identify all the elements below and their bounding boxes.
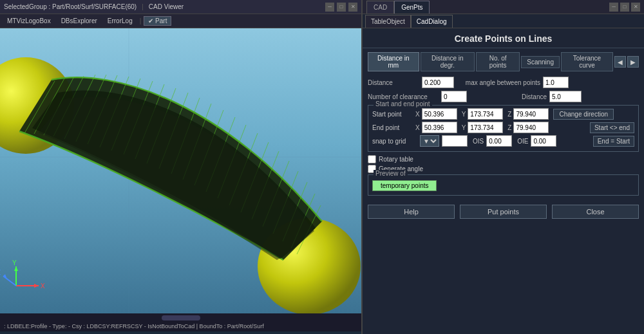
help-button[interactable]: Help bbox=[368, 205, 455, 219]
right-maximize[interactable]: □ bbox=[620, 3, 629, 12]
start-y-input[interactable] bbox=[468, 108, 503, 120]
svg-text:Z: Z bbox=[0, 269, 1, 276]
distance-label: Distance bbox=[368, 79, 419, 86]
start-z-input[interactable] bbox=[513, 108, 549, 120]
method-tab-extras: ◀ ▶ bbox=[614, 56, 639, 68]
right-titlebar: CAD GenPts ─ □ ✕ bbox=[363, 0, 644, 14]
end-y-input[interactable] bbox=[468, 122, 503, 133]
cad-viewer-label: CAD Viewer bbox=[149, 3, 184, 10]
maximize-button[interactable]: □ bbox=[337, 3, 346, 12]
tab-caddialog[interactable]: CadDialog bbox=[411, 15, 453, 28]
toolbar-error[interactable]: ErrorLog bbox=[103, 16, 137, 26]
max-angle-label: max angle between points bbox=[457, 79, 540, 86]
close-button[interactable]: ✕ bbox=[348, 3, 357, 12]
snap-dropdown[interactable]: ▼ bbox=[420, 135, 439, 147]
right-close[interactable]: ✕ bbox=[631, 3, 640, 12]
preview-legend: Preview of bbox=[374, 170, 408, 177]
svg-text:X: X bbox=[41, 283, 45, 290]
method-scanning[interactable]: Scanning bbox=[521, 56, 560, 68]
cad-viewport[interactable]: X Y Z bbox=[0, 28, 361, 320]
tab-cad[interactable]: CAD bbox=[366, 1, 394, 14]
svg-text:Y: Y bbox=[12, 259, 17, 266]
cad-title: SelectedGroup : Part/Root/Surf/SURFACE(6… bbox=[4, 3, 137, 10]
rotary-checkbox[interactable] bbox=[368, 155, 376, 163]
preview-section: Preview of temporary points bbox=[368, 174, 639, 196]
max-angle-input[interactable] bbox=[543, 77, 569, 88]
method-tabs: Distance in mm Distance in degr. No. of … bbox=[363, 48, 644, 74]
temp-points-button[interactable]: temporary points bbox=[372, 180, 437, 191]
cad-toolbar: MTVizLogoBox DBsExplorer ErrorLog | ✔ Pa… bbox=[0, 14, 361, 28]
method-distance-deg[interactable]: Distance in degr. bbox=[421, 52, 475, 71]
dist2-label: Distance bbox=[482, 93, 547, 100]
status-text: : LDBELE:Profile - Type: - Csy : LDBCSY:… bbox=[4, 323, 264, 329]
put-points-button[interactable]: Put points bbox=[460, 205, 547, 219]
minimize-button[interactable]: ─ bbox=[325, 3, 334, 12]
toolbar-mtv[interactable]: MTVizLogoBox bbox=[3, 16, 55, 26]
end-z-input[interactable] bbox=[513, 122, 549, 133]
snap-value-input[interactable] bbox=[442, 135, 468, 147]
clearance-input[interactable] bbox=[441, 91, 467, 102]
rotary-row: Rotary table bbox=[368, 155, 639, 163]
method-next-btn[interactable]: ▶ bbox=[627, 56, 639, 68]
right-minimize[interactable]: ─ bbox=[609, 3, 618, 12]
right-window-controls: ─ □ ✕ bbox=[609, 3, 640, 12]
right-panel: CAD GenPts ─ □ ✕ TableObject CadDialog C… bbox=[361, 0, 644, 334]
change-dir-button[interactable]: Change direction bbox=[553, 109, 614, 120]
start-end-button[interactable]: Start <> end bbox=[590, 122, 634, 133]
close-dialog-button[interactable]: Close bbox=[552, 205, 639, 219]
end-start-button[interactable]: End = Start bbox=[593, 136, 634, 147]
rotary-label: Rotary table bbox=[379, 156, 413, 163]
cad-scrollbar[interactable] bbox=[0, 313, 361, 322]
tab-tableobject[interactable]: TableObject bbox=[365, 15, 411, 28]
method-tolerance[interactable]: Tolerance curve bbox=[561, 52, 613, 71]
clearance-label: Number of clearance bbox=[368, 93, 439, 100]
oie-label: OIE bbox=[517, 138, 528, 145]
gen-angle-row: Generate angle bbox=[368, 165, 639, 173]
ois-input[interactable] bbox=[486, 135, 512, 147]
tab-genpts[interactable]: GenPts bbox=[394, 1, 430, 14]
method-no-points[interactable]: No. of points bbox=[476, 52, 520, 71]
end-point-label: End point bbox=[372, 124, 411, 131]
ois-label: OIS bbox=[473, 138, 484, 145]
method-prev-btn[interactable]: ◀ bbox=[614, 56, 626, 68]
snap-row: snap to grid ▼ OIS OIE End = Start bbox=[372, 135, 634, 147]
end-x-input[interactable] bbox=[422, 122, 457, 133]
distance-input[interactable] bbox=[422, 77, 454, 88]
dialog-body: Distance max angle between points Number… bbox=[363, 74, 644, 202]
oie-input[interactable] bbox=[531, 135, 556, 147]
distance-row: Distance max angle between points bbox=[368, 77, 639, 88]
cad-window-controls: ─ □ ✕ bbox=[325, 3, 357, 12]
dist2-input[interactable] bbox=[549, 91, 582, 102]
snap-label: snap to grid bbox=[372, 138, 417, 145]
start-point-row: Start point X Y Z Change direction bbox=[372, 108, 634, 120]
cad-titlebar: SelectedGroup : Part/Root/Surf/SURFACE(6… bbox=[0, 0, 361, 14]
blade-visualization: X Y Z bbox=[0, 28, 361, 320]
start-point-label: Start point bbox=[372, 111, 411, 118]
cad-viewer-panel: SelectedGroup : Part/Root/Surf/SURFACE(6… bbox=[0, 0, 361, 334]
dialog-title: Create Points on Lines bbox=[363, 28, 644, 48]
start-end-legend: Start and end point bbox=[374, 100, 432, 107]
action-buttons: Help Put points Close bbox=[363, 202, 644, 221]
end-point-row: End point X Y Z Start <> end bbox=[372, 122, 634, 133]
start-end-section: Start and end point Start point X Y Z Ch… bbox=[368, 105, 639, 152]
toolbar-part[interactable]: ✔ Part bbox=[144, 16, 171, 26]
sub-tabs: TableObject CadDialog bbox=[363, 14, 644, 28]
start-x-input[interactable] bbox=[422, 108, 457, 120]
toolbar-dbs[interactable]: DBsExplorer bbox=[57, 16, 102, 26]
method-distance-mm[interactable]: Distance in mm bbox=[368, 52, 419, 71]
